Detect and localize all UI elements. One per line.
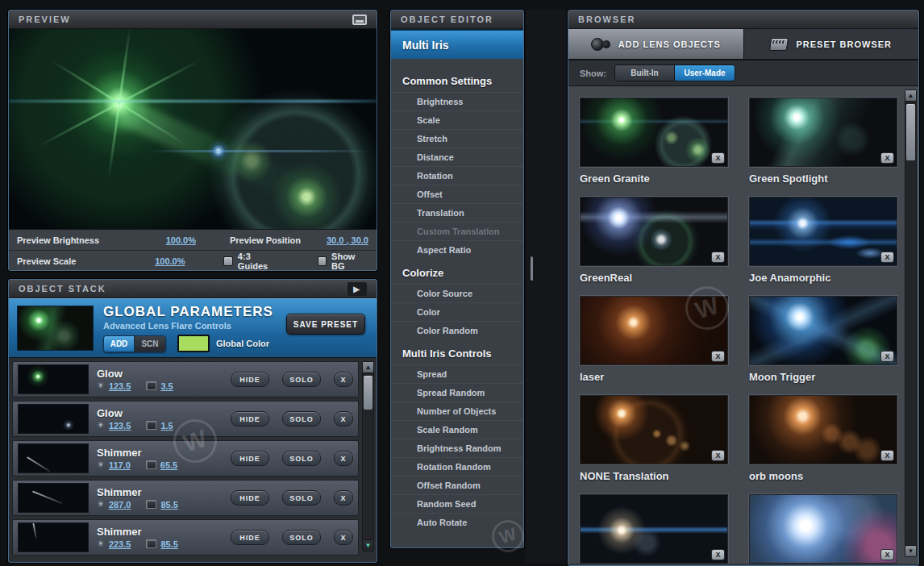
object-brightness-value[interactable]: 223.5 [109,539,131,549]
editor-parameter-item[interactable]: Brightness [391,92,523,110]
object-stack-row[interactable]: Glow ☀ 123.5 3.5 HIDE SOLO X [12,361,359,397]
object-scale-value[interactable]: 3.5 [160,381,173,391]
scroll-down-button[interactable]: ▼ [905,545,916,556]
preset-thumbnail[interactable]: X [580,296,728,365]
preset-thumbnail[interactable]: X [749,296,897,365]
preview-scale-value[interactable]: 100.0% [146,256,185,266]
preview-brightness-value[interactable]: 100.0% [154,235,196,245]
object-stack-row[interactable]: Shimmer ☀ 223.5 85.5 HIDE SOLO X [12,519,359,556]
guides-checkbox[interactable] [223,256,232,266]
delete-object-button[interactable]: X [334,372,353,387]
editor-parameter-item[interactable]: Color Source [391,284,523,302]
hide-button[interactable]: HIDE [231,490,269,506]
editor-parameter-item[interactable]: Translation [391,203,523,222]
scroll-down-button[interactable]: ▼ [363,539,373,551]
preview-canvas[interactable] [9,29,377,229]
collapse-stack-button[interactable]: ▶ [348,282,367,296]
solo-button[interactable]: SOLO [282,530,321,545]
global-color-swatch[interactable] [177,335,210,352]
blend-screen-button[interactable]: SCN [135,336,165,352]
blend-add-button[interactable]: ADD [104,336,135,352]
preset-thumbnail[interactable]: X [580,98,728,167]
filter-built-in-button[interactable]: Built-In [615,65,675,81]
delete-preset-button[interactable]: X [880,549,894,560]
scroll-up-button[interactable]: ▲ [363,362,373,373]
object-stack-scrollbar[interactable]: ▲ ▼ [362,361,374,551]
preset-thumbnail[interactable]: X [749,395,897,464]
delete-preset-button[interactable]: X [880,152,894,164]
scrollbar-thumb[interactable] [364,376,373,410]
scrollbar-thumb[interactable] [906,104,915,160]
preset-thumbnail[interactable]: X [749,197,897,266]
editor-parameter-item[interactable]: Rotation Random [391,457,523,476]
editor-parameter-item[interactable]: Color [391,302,523,321]
preset-thumbnail[interactable]: X [580,197,728,266]
editor-parameter-item[interactable]: Scale [391,110,523,129]
editor-parameter-item[interactable]: Color Random [391,321,523,339]
object-scale-value[interactable]: 65.5 [160,460,177,470]
delete-object-button[interactable]: X [334,451,353,466]
preview-position-value[interactable]: 30.0 , 30.0 [327,235,368,245]
solo-button[interactable]: SOLO [282,490,321,506]
scale-icon [146,500,156,509]
panel-splitter[interactable] [526,10,566,563]
object-scale-value[interactable]: 1.5 [160,421,173,431]
editor-parameter-item[interactable]: Brightness Random [391,439,523,457]
floating-preview-icon[interactable] [352,15,367,25]
delete-preset-button[interactable]: X [711,351,725,362]
hide-button[interactable]: HIDE [231,411,269,427]
delete-preset-button[interactable]: X [711,152,725,164]
editor-parameter-item[interactable]: Offset Random [391,476,523,494]
delete-object-button[interactable]: X [334,530,353,545]
hide-button[interactable]: HIDE [231,372,269,387]
delete-preset-button[interactable]: X [880,252,894,263]
browser-scrollbar[interactable]: ▲ ▼ [905,89,917,557]
delete-object-button[interactable]: X [334,490,353,506]
preset-thumbnail[interactable]: X [749,98,897,167]
object-brightness-value[interactable]: 117.0 [109,460,131,470]
editor-parameter-item[interactable]: Spread [391,364,523,383]
preset-cell: X NONE Translation [580,395,728,482]
solo-button[interactable]: SOLO [282,411,321,427]
save-preset-button[interactable]: SAVE PRESET [286,314,365,335]
preset-thumbnail[interactable]: X [749,494,897,564]
delete-preset-button[interactable]: X [711,252,725,263]
tab-add-lens-objects[interactable]: ADD LENS OBJECTS [568,29,744,59]
delete-preset-button[interactable]: X [880,450,894,461]
delete-object-button[interactable]: X [334,411,353,427]
preset-thumbnail[interactable]: X [580,494,728,564]
object-brightness-value[interactable]: 123.5 [109,381,131,391]
object-brightness-value[interactable]: 123.5 [109,421,131,431]
object-scale-value[interactable]: 85.5 [160,539,177,549]
object-stack-row[interactable]: Glow ☀ 123.5 1.5 HIDE SOLO X [12,401,359,437]
editor-parameter-item[interactable]: Offset [391,185,523,203]
filter-user-made-button[interactable]: User-Made [675,65,735,81]
editor-parameter-item[interactable]: Scale Random [391,420,523,439]
scroll-up-button[interactable]: ▲ [905,90,916,102]
editor-parameter-item[interactable]: Aspect Ratio [391,240,523,259]
solo-button[interactable]: SOLO [282,372,321,387]
solo-button[interactable]: SOLO [282,451,321,466]
delete-preset-button[interactable]: X [711,549,725,560]
preset-thumbnail[interactable]: X [580,395,728,464]
show-bg-checkbox[interactable] [318,256,327,266]
editor-parameter-item[interactable]: Spread Random [391,383,523,402]
object-brightness-value[interactable]: 287.0 [109,500,131,510]
delete-preset-button[interactable]: X [711,450,725,461]
editor-parameter-item[interactable]: Distance [391,148,523,166]
selected-object-tab[interactable]: Multi Iris [391,29,523,59]
object-scale-value[interactable]: 85.5 [160,500,177,510]
editor-parameter-item[interactable]: Number of Objects [391,402,523,420]
global-parameters-bar[interactable]: GLOBAL PARAMETERS Advanced Lens Flare Co… [9,298,377,358]
editor-parameter-item[interactable]: Auto Rotate [391,513,523,531]
delete-preset-button[interactable]: X [880,351,894,362]
editor-parameter-item[interactable]: Rotation [391,166,523,185]
hide-button[interactable]: HIDE [231,451,269,466]
object-stack-row[interactable]: Shimmer ☀ 287.0 85.5 HIDE SOLO X [12,480,359,516]
editor-parameter-item[interactable]: Stretch [391,129,523,148]
object-stack-row[interactable]: Shimmer ☀ 117.0 65.5 HIDE SOLO X [12,440,359,477]
tab-preset-browser[interactable]: PRESET BROWSER [744,29,919,59]
tab-label: ADD LENS OBJECTS [618,40,721,49]
editor-parameter-item[interactable]: Random Seed [391,494,523,513]
hide-button[interactable]: HIDE [231,530,269,545]
